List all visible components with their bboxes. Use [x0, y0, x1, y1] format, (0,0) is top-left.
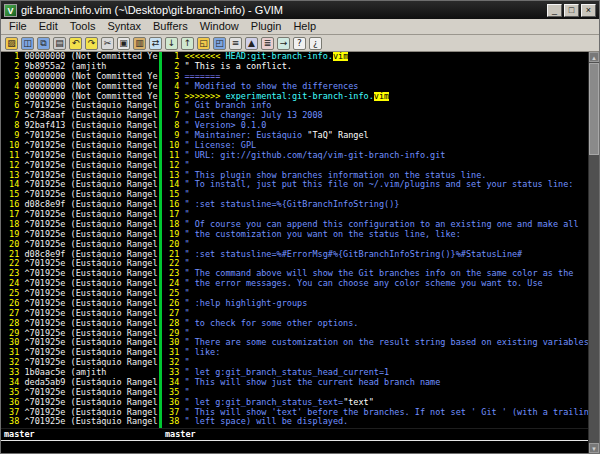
print-icon[interactable]: ▤: [53, 37, 66, 50]
menu-file[interactable]: File: [3, 19, 33, 34]
code-line[interactable]: 31 " like:: [164, 348, 588, 358]
menu-edit[interactable]: Edit: [33, 19, 64, 34]
code-line[interactable]: 5 >>>>>>> experimental:git-branch-info.v…: [164, 92, 588, 102]
blame-line[interactable]: 25 ^701925e (Eustáquio Rangel: [4, 289, 159, 299]
code-line[interactable]: 32 ": [164, 358, 588, 368]
blame-line[interactable]: 36 ^701925e (Eustáquio Rangel: [4, 398, 159, 408]
code-line[interactable]: 25 ": [164, 289, 588, 299]
scroll-up-icon[interactable]: ▲: [589, 52, 599, 62]
cut-icon[interactable]: ✂: [101, 37, 114, 50]
code-line[interactable]: 36 " let g:git_branch_status_text="text": [164, 398, 588, 408]
menu-syntax[interactable]: Syntax: [101, 19, 147, 34]
blame-line[interactable]: 38 ^701925e (Eustáquio Rangel: [4, 417, 159, 427]
minimize-button[interactable]: _: [547, 4, 562, 17]
code-line[interactable]: 19 " the customization you want on the s…: [164, 230, 588, 240]
blame-line[interactable]: 6 ^701925e (Eustáquio Rangel: [4, 101, 159, 111]
find-replace-icon[interactable]: ⇄: [149, 37, 162, 50]
blame-line[interactable]: 26 ^701925e (Eustáquio Rangel: [4, 299, 159, 309]
close-button[interactable]: ×: [581, 4, 596, 17]
blame-line[interactable]: 1 00000000 (Not Committed Ye: [4, 52, 159, 62]
save-all-icon[interactable]: ⧉: [37, 37, 50, 50]
maximize-button[interactable]: □: [564, 4, 579, 17]
scroll-down-icon[interactable]: ▼: [589, 443, 599, 453]
blame-line[interactable]: 15 ^701925e (Eustáquio Rangel: [4, 190, 159, 200]
blame-line[interactable]: 28 ^701925e (Eustáquio Rangel: [4, 319, 159, 329]
tag-jump-icon[interactable]: →: [277, 37, 290, 50]
blame-line[interactable]: 12 ^701925e (Eustáquio Rangel: [4, 161, 159, 171]
blame-line[interactable]: 23 ^701925e (Eustáquio Rangel: [4, 269, 159, 279]
code-line[interactable]: 16 " :set statusline=%{GitBranchInfoStri…: [164, 200, 588, 210]
paste-icon[interactable]: ▥: [133, 37, 146, 50]
save-session-icon[interactable]: ◰: [213, 37, 226, 50]
code-line[interactable]: 37 " This will show 'text' before the br…: [164, 408, 588, 418]
code-line[interactable]: 28 " to check for some other options.: [164, 319, 588, 329]
code-line[interactable]: 23 " The command above will show the Git…: [164, 269, 588, 279]
code-line[interactable]: 34 " This will show just the current hea…: [164, 378, 588, 388]
blame-line[interactable]: 11 ^701925e (Eustáquio Rangel: [4, 151, 159, 161]
menu-tools[interactable]: Tools: [64, 19, 102, 34]
blame-line[interactable]: 3 00000000 (Not Committed Ye: [4, 72, 159, 82]
menu-buffers[interactable]: Buffers: [147, 19, 194, 34]
code-line[interactable]: 13 " This plugin show branches informati…: [164, 171, 588, 181]
code-line[interactable]: 15 ": [164, 190, 588, 200]
blame-line[interactable]: 20 ^701925e (Eustáquio Rangel: [4, 240, 159, 250]
blame-line[interactable]: 30 ^701925e (Eustáquio Rangel: [4, 338, 159, 348]
run-script-icon[interactable]: ≡: [229, 37, 242, 50]
menu-help[interactable]: Help: [287, 19, 322, 34]
blame-line[interactable]: 13 ^701925e (Eustáquio Rangel: [4, 171, 159, 181]
code-line[interactable]: 2 " This is a conflict.: [164, 62, 588, 72]
blame-line[interactable]: 22 ^701925e (Eustáquio Rangel: [4, 259, 159, 269]
code-line[interactable]: 35 ": [164, 388, 588, 398]
copy-icon[interactable]: ▣: [117, 37, 130, 50]
blame-line[interactable]: 2 9b8955a2 (amjith: [4, 62, 159, 72]
make-icon[interactable]: ▲: [245, 37, 258, 50]
blame-line[interactable]: 16 d08c8e9f (Eustáquio Rangel: [4, 200, 159, 210]
code-line[interactable]: 38 " left space) will be displayed.: [164, 417, 588, 427]
menu-plugin[interactable]: Plugin: [245, 19, 288, 34]
run-ctags-icon[interactable]: ≣: [261, 37, 274, 50]
statusline-right[interactable]: master: [162, 429, 588, 441]
blame-line[interactable]: 32 ^701925e (Eustáquio Rangel: [4, 358, 159, 368]
code-line[interactable]: 33 " let g:git_branch_status_head_curren…: [164, 368, 588, 378]
code-line[interactable]: 20 ": [164, 240, 588, 250]
code-line[interactable]: 8 " Version> 0.1.0: [164, 121, 588, 131]
blame-line[interactable]: 31 ^701925e (Eustáquio Rangel: [4, 348, 159, 358]
code-line[interactable]: 30 " There are some customization on the…: [164, 338, 588, 348]
code-line[interactable]: 27 ": [164, 309, 588, 319]
save-icon[interactable]: ◫: [21, 37, 34, 50]
scrollbar[interactable]: ▲ ▼: [588, 52, 599, 453]
blame-line[interactable]: 18 ^701925e (Eustáquio Rangel: [4, 220, 159, 230]
code-line[interactable]: 7 " Last change: July 13 2008: [164, 111, 588, 121]
code-line[interactable]: 22 ": [164, 259, 588, 269]
help-icon[interactable]: ?: [293, 37, 306, 50]
blame-line[interactable]: 33 1b0aac5e (amjith: [4, 368, 159, 378]
blame-line[interactable]: 21 d08c8e9f (Eustáquio Rangel: [4, 250, 159, 260]
code-line[interactable]: 9 " Maintainer: Eustáquio "TaQ" Rangel: [164, 131, 588, 141]
blame-line[interactable]: 35 ^701925e (Eustáquio Rangel: [4, 388, 159, 398]
open-icon[interactable]: ▨: [5, 37, 18, 50]
code-line[interactable]: 29 ": [164, 329, 588, 339]
code-line[interactable]: 21 " :set statusline=%#ErrorMsg#%{GitBra…: [164, 250, 588, 260]
blame-line[interactable]: 37 ^701925e (Eustáquio Rangel: [4, 408, 159, 418]
title-bar[interactable]: V git-branch-info.vim (~\Desktop\git-bra…: [1, 1, 599, 19]
code-line[interactable]: 11 " URL: git://github.com/taq/vim-git-b…: [164, 151, 588, 161]
statusline-left[interactable]: master: [1, 429, 162, 441]
blame-line[interactable]: 17 ^701925e (Eustáquio Rangel: [4, 210, 159, 220]
find-next-icon[interactable]: ↓: [165, 37, 178, 50]
find-help-icon[interactable]: ¿: [309, 37, 322, 50]
blame-line[interactable]: 14 ^701925e (Eustáquio Rangel: [4, 180, 159, 190]
blame-line[interactable]: 19 ^701925e (Eustáquio Rangel: [4, 230, 159, 240]
blame-line[interactable]: 9 ^701925e (Eustáquio Rangel: [4, 131, 159, 141]
code-line[interactable]: 1 <<<<<<< HEAD:git-branch-info.vim: [164, 52, 588, 62]
code-line[interactable]: 18 " Of course you can append this confi…: [164, 220, 588, 230]
undo-icon[interactable]: ↶: [69, 37, 82, 50]
blame-line[interactable]: 7 5c738aaf (Eustáquio Rangel: [4, 111, 159, 121]
blame-line[interactable]: 8 92baf413 (Eustáquio Rangel: [4, 121, 159, 131]
code-line[interactable]: 12 ": [164, 161, 588, 171]
code-line[interactable]: 24 " the error messages. You can choose …: [164, 279, 588, 289]
code-line[interactable]: 17 ": [164, 210, 588, 220]
load-session-icon[interactable]: ◱: [197, 37, 210, 50]
code-line[interactable]: 6 " Git branch info: [164, 101, 588, 111]
code-line[interactable]: 10 " License: GPL: [164, 141, 588, 151]
blame-line[interactable]: 24 ^701925e (Eustáquio Rangel: [4, 279, 159, 289]
